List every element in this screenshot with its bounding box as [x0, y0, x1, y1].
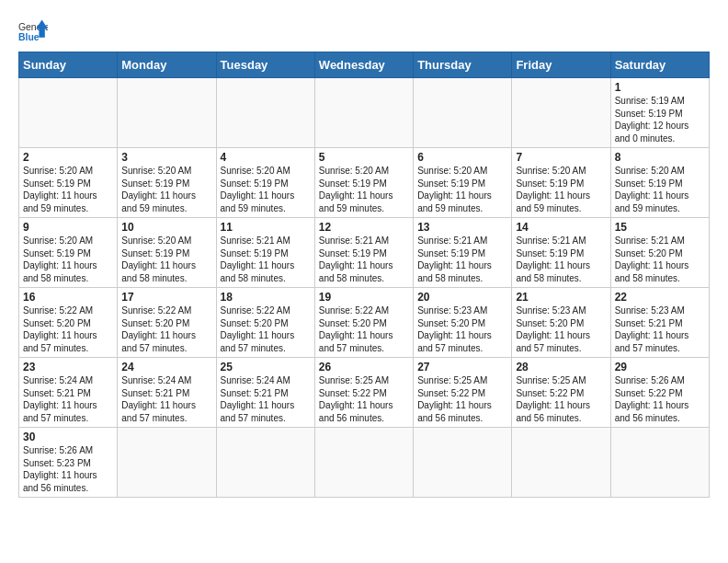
logo: General Blue — [18, 18, 48, 44]
day-detail: Sunrise: 5:25 AM Sunset: 5:22 PM Dayligh… — [319, 374, 409, 424]
day-detail: Sunrise: 5:25 AM Sunset: 5:22 PM Dayligh… — [417, 374, 507, 424]
day-detail: Sunrise: 5:25 AM Sunset: 5:22 PM Dayligh… — [516, 374, 606, 424]
calendar-cell: 29Sunrise: 5:26 AM Sunset: 5:22 PM Dayli… — [610, 358, 709, 428]
day-detail: Sunrise: 5:23 AM Sunset: 5:21 PM Dayligh… — [615, 304, 705, 354]
calendar-cell: 15Sunrise: 5:21 AM Sunset: 5:20 PM Dayli… — [610, 218, 709, 288]
day-detail: Sunrise: 5:26 AM Sunset: 5:23 PM Dayligh… — [23, 444, 113, 494]
day-detail: Sunrise: 5:26 AM Sunset: 5:22 PM Dayligh… — [615, 374, 705, 424]
day-number: 22 — [615, 291, 705, 304]
weekday-header-sunday: Sunday — [19, 52, 118, 78]
weekday-header-thursday: Thursday — [414, 52, 512, 78]
calendar-cell — [19, 78, 118, 148]
day-detail: Sunrise: 5:22 AM Sunset: 5:20 PM Dayligh… — [121, 304, 211, 354]
calendar-cell: 17Sunrise: 5:22 AM Sunset: 5:20 PM Dayli… — [118, 288, 216, 358]
day-detail: Sunrise: 5:24 AM Sunset: 5:21 PM Dayligh… — [221, 374, 311, 424]
day-detail: Sunrise: 5:24 AM Sunset: 5:21 PM Dayligh… — [23, 374, 113, 424]
calendar-cell — [414, 428, 512, 498]
calendar-cell — [314, 78, 413, 148]
day-number: 20 — [417, 291, 507, 304]
day-number: 18 — [221, 291, 311, 304]
day-detail: Sunrise: 5:20 AM Sunset: 5:19 PM Dayligh… — [121, 165, 211, 214]
calendar-cell: 11Sunrise: 5:21 AM Sunset: 5:19 PM Dayli… — [216, 218, 314, 288]
day-number: 10 — [121, 221, 211, 234]
calendar-cell: 7Sunrise: 5:20 AM Sunset: 5:19 PM Daylig… — [512, 148, 610, 218]
day-number: 8 — [615, 151, 705, 164]
day-detail: Sunrise: 5:20 AM Sunset: 5:19 PM Dayligh… — [615, 165, 705, 214]
weekday-header-saturday: Saturday — [610, 52, 709, 78]
calendar-cell — [414, 78, 512, 148]
day-number: 23 — [23, 361, 113, 373]
calendar-cell: 13Sunrise: 5:21 AM Sunset: 5:19 PM Dayli… — [414, 218, 512, 288]
day-number: 5 — [319, 151, 409, 164]
calendar-cell: 21Sunrise: 5:23 AM Sunset: 5:20 PM Dayli… — [512, 288, 610, 358]
day-detail: Sunrise: 5:22 AM Sunset: 5:20 PM Dayligh… — [221, 304, 311, 354]
day-number: 4 — [221, 151, 311, 164]
weekday-header-friday: Friday — [512, 52, 610, 78]
day-detail: Sunrise: 5:21 AM Sunset: 5:19 PM Dayligh… — [319, 235, 409, 284]
day-number: 24 — [121, 361, 211, 373]
calendar-cell: 16Sunrise: 5:22 AM Sunset: 5:20 PM Dayli… — [19, 288, 118, 358]
calendar-cell: 30Sunrise: 5:26 AM Sunset: 5:23 PM Dayli… — [19, 428, 118, 498]
calendar-cell: 22Sunrise: 5:23 AM Sunset: 5:21 PM Dayli… — [610, 288, 709, 358]
calendar-cell: 2Sunrise: 5:20 AM Sunset: 5:19 PM Daylig… — [19, 148, 118, 218]
calendar-cell: 3Sunrise: 5:20 AM Sunset: 5:19 PM Daylig… — [118, 148, 216, 218]
day-number: 2 — [23, 151, 113, 164]
day-detail: Sunrise: 5:21 AM Sunset: 5:19 PM Dayligh… — [417, 235, 507, 284]
header: General Blue — [18, 15, 710, 44]
day-detail: Sunrise: 5:23 AM Sunset: 5:20 PM Dayligh… — [516, 304, 606, 354]
day-detail: Sunrise: 5:20 AM Sunset: 5:19 PM Dayligh… — [23, 165, 113, 214]
day-detail: Sunrise: 5:20 AM Sunset: 5:19 PM Dayligh… — [221, 165, 311, 214]
weekday-header-wednesday: Wednesday — [314, 52, 413, 78]
day-detail: Sunrise: 5:20 AM Sunset: 5:19 PM Dayligh… — [516, 165, 606, 214]
calendar-cell: 18Sunrise: 5:22 AM Sunset: 5:20 PM Dayli… — [216, 288, 314, 358]
day-number: 27 — [417, 361, 507, 373]
day-number: 16 — [23, 291, 113, 304]
calendar-cell: 20Sunrise: 5:23 AM Sunset: 5:20 PM Dayli… — [414, 288, 512, 358]
weekday-header-tuesday: Tuesday — [216, 52, 314, 78]
calendar-cell: 4Sunrise: 5:20 AM Sunset: 5:19 PM Daylig… — [216, 148, 314, 218]
calendar-cell: 28Sunrise: 5:25 AM Sunset: 5:22 PM Dayli… — [512, 358, 610, 428]
day-detail: Sunrise: 5:20 AM Sunset: 5:19 PM Dayligh… — [23, 235, 113, 284]
calendar-cell — [216, 428, 314, 498]
day-detail: Sunrise: 5:20 AM Sunset: 5:19 PM Dayligh… — [121, 235, 211, 284]
day-detail: Sunrise: 5:19 AM Sunset: 5:19 PM Dayligh… — [615, 95, 705, 144]
calendar-cell: 23Sunrise: 5:24 AM Sunset: 5:21 PM Dayli… — [19, 358, 118, 428]
calendar-cell: 5Sunrise: 5:20 AM Sunset: 5:19 PM Daylig… — [314, 148, 413, 218]
calendar-cell: 25Sunrise: 5:24 AM Sunset: 5:21 PM Dayli… — [216, 358, 314, 428]
calendar-cell: 10Sunrise: 5:20 AM Sunset: 5:19 PM Dayli… — [118, 218, 216, 288]
day-number: 30 — [23, 431, 113, 443]
day-number: 14 — [516, 221, 606, 234]
day-detail: Sunrise: 5:22 AM Sunset: 5:20 PM Dayligh… — [23, 304, 113, 354]
day-number: 19 — [319, 291, 409, 304]
weekday-header-monday: Monday — [118, 52, 216, 78]
calendar-table: SundayMondayTuesdayWednesdayThursdayFrid… — [18, 52, 710, 498]
calendar-cell: 24Sunrise: 5:24 AM Sunset: 5:21 PM Dayli… — [118, 358, 216, 428]
day-detail: Sunrise: 5:21 AM Sunset: 5:20 PM Dayligh… — [615, 235, 705, 284]
day-number: 29 — [615, 361, 705, 373]
calendar-cell — [512, 428, 610, 498]
calendar-week-row: 2Sunrise: 5:20 AM Sunset: 5:19 PM Daylig… — [19, 148, 710, 218]
day-detail: Sunrise: 5:23 AM Sunset: 5:20 PM Dayligh… — [417, 304, 507, 354]
calendar-cell — [512, 78, 610, 148]
day-number: 3 — [121, 151, 211, 164]
day-number: 7 — [516, 151, 606, 164]
weekday-header-row: SundayMondayTuesdayWednesdayThursdayFrid… — [19, 52, 710, 78]
calendar-cell: 8Sunrise: 5:20 AM Sunset: 5:19 PM Daylig… — [610, 148, 709, 218]
logo-icon: General Blue — [18, 18, 48, 44]
calendar-week-row: 16Sunrise: 5:22 AM Sunset: 5:20 PM Dayli… — [19, 288, 710, 358]
calendar-cell: 26Sunrise: 5:25 AM Sunset: 5:22 PM Dayli… — [314, 358, 413, 428]
day-number: 21 — [516, 291, 606, 304]
calendar-cell — [216, 78, 314, 148]
day-number: 1 — [615, 81, 705, 94]
calendar-cell: 27Sunrise: 5:25 AM Sunset: 5:22 PM Dayli… — [414, 358, 512, 428]
calendar-cell: 9Sunrise: 5:20 AM Sunset: 5:19 PM Daylig… — [19, 218, 118, 288]
calendar-week-row: 23Sunrise: 5:24 AM Sunset: 5:21 PM Dayli… — [19, 358, 710, 428]
day-detail: Sunrise: 5:20 AM Sunset: 5:19 PM Dayligh… — [319, 165, 409, 214]
calendar-cell: 6Sunrise: 5:20 AM Sunset: 5:19 PM Daylig… — [414, 148, 512, 218]
calendar-cell: 14Sunrise: 5:21 AM Sunset: 5:19 PM Dayli… — [512, 218, 610, 288]
day-number: 6 — [417, 151, 507, 164]
svg-text:Blue: Blue — [18, 32, 40, 42]
calendar-cell: 1Sunrise: 5:19 AM Sunset: 5:19 PM Daylig… — [610, 78, 709, 148]
day-number: 11 — [221, 221, 311, 234]
calendar-cell — [118, 78, 216, 148]
